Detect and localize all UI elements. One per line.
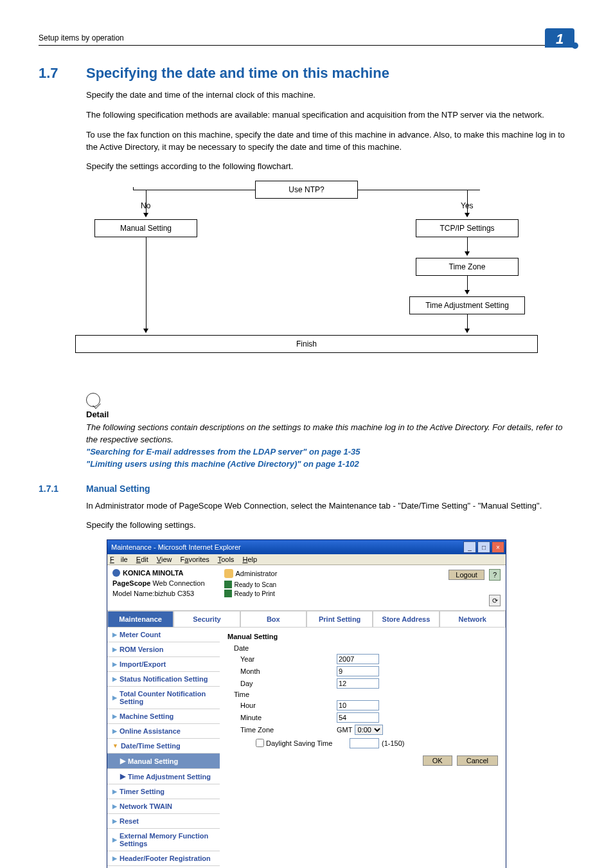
browser-window: Maintenance - Microsoft Internet Explore… <box>107 539 506 868</box>
form-title: Manual Setting <box>227 633 498 640</box>
sidebar-item-headerfooter[interactable]: ▶Header/Footer Registration <box>107 851 220 866</box>
day-input[interactable] <box>337 678 379 689</box>
printer-icon <box>224 590 232 597</box>
fc-tcpip: TCP/IP Settings <box>416 219 519 237</box>
form-section-date: Date <box>234 644 498 652</box>
running-head-text: Setup items by operation <box>39 33 124 45</box>
form-section-time: Time <box>234 691 498 698</box>
timezone-label: Time Zone <box>240 726 337 734</box>
subsection-para: Specify the following settings. <box>86 520 574 532</box>
admin-label: Administrator <box>236 570 278 577</box>
sidebar-item-datetime[interactable]: ▼Date/Time Setting <box>107 739 220 754</box>
minute-label: Minute <box>240 714 337 721</box>
fc-manual: Manual Setting <box>94 219 197 237</box>
sidebar-item-timersetting[interactable]: ▶Timer Setting <box>107 784 220 799</box>
sidebar-item-totalcounter[interactable]: ▶Total Counter Notification Setting <box>107 687 220 709</box>
sidebar-sub-timeadj[interactable]: ▶Time Adjustment Setting <box>107 769 220 784</box>
menu-help[interactable]: Help <box>242 556 257 563</box>
logout-button[interactable]: Logout <box>449 570 484 580</box>
tab-storeaddr[interactable]: Store Address <box>373 611 439 628</box>
brand-logo: KONICA MINOLTA <box>112 569 205 577</box>
scanner-icon <box>224 581 232 588</box>
detail-link-ldap[interactable]: "Searching for E-mail addresses from the… <box>86 447 360 457</box>
fc-label-yes: Yes <box>461 201 474 210</box>
subsection-title: Manual Setting <box>86 484 150 494</box>
fc-decision: Use NTP? <box>255 181 358 199</box>
sidebar-item-metercount[interactable]: ▶Meter Count <box>107 628 220 642</box>
timezone-prefix: GMT <box>337 726 352 734</box>
sidebar-item-importexport[interactable]: ▶Import/Export <box>107 657 220 672</box>
hour-label: Hour <box>240 701 337 709</box>
tab-box[interactable]: Box <box>240 611 306 628</box>
tab-security[interactable]: Security <box>173 611 240 628</box>
menu-favorites[interactable]: Favorites <box>181 556 209 563</box>
chapter-flag: 1 <box>545 28 574 48</box>
section-title: Specifying the date and time on this mac… <box>86 65 389 82</box>
hour-input[interactable] <box>337 700 379 710</box>
model-name: Model Name:bizhub C353 <box>112 590 205 597</box>
fc-timezone: Time Zone <box>416 258 519 276</box>
tab-printsetting[interactable]: Print Setting <box>306 611 373 628</box>
close-button[interactable]: × <box>492 541 504 553</box>
window-title: Maintenance - Microsoft Internet Explore… <box>111 543 241 551</box>
dst-label: Daylight Saving Time <box>266 739 350 747</box>
section-para: Specify the date and time of the interna… <box>86 89 574 102</box>
sidebar-item-networktwain[interactable]: ▶Network TWAIN <box>107 799 220 814</box>
sidebar-item-extmem[interactable]: ▶External Memory Function Settings <box>107 829 220 851</box>
menu-tools[interactable]: Tools <box>218 556 235 563</box>
dst-range: (1-150) <box>382 739 404 747</box>
window-titlebar[interactable]: Maintenance - Microsoft Internet Explore… <box>107 540 506 554</box>
ok-button[interactable]: OK <box>423 755 452 766</box>
tab-maintenance[interactable]: Maintenance <box>107 611 173 628</box>
admin-icon <box>224 569 233 578</box>
cancel-button[interactable]: Cancel <box>457 755 498 766</box>
maximize-button[interactable]: □ <box>477 541 490 553</box>
detail-text: The following sections contain descripti… <box>86 422 562 444</box>
magnifier-icon <box>86 393 100 407</box>
sidebar-item-onlineassist[interactable]: ▶Online Assistance <box>107 724 220 739</box>
sidebar: ▶Meter Count ▶ROM Version ▶Import/Export… <box>107 628 220 868</box>
minimize-button[interactable]: _ <box>463 541 476 553</box>
status-scan: Ready to Scan <box>235 581 277 588</box>
detail-heading: Detail <box>86 410 574 419</box>
help-button[interactable]: ? <box>489 569 501 581</box>
globe-icon <box>112 569 120 577</box>
flowchart: Use NTP? No Yes Manual Setting TCP/IP Se… <box>75 181 538 380</box>
sidebar-sub-manual[interactable]: ▶Manual Setting <box>107 754 220 769</box>
section-para: Specify the settings according to the fo… <box>86 161 574 173</box>
section-number: 1.7 <box>39 65 71 82</box>
day-label: Day <box>240 680 337 687</box>
main-panel: Manual Setting Date Year Month Day Time … <box>220 628 506 868</box>
status-print: Ready to Print <box>235 590 275 597</box>
detail-block: Detail The following sections contain de… <box>86 393 574 470</box>
fc-timeadj: Time Adjustment Setting <box>409 296 525 314</box>
product-line: PageScope Web Connection <box>112 579 205 587</box>
dst-checkbox[interactable] <box>256 739 264 747</box>
tab-network[interactable]: Network <box>440 611 506 628</box>
fc-label-no: No <box>141 201 150 210</box>
detail-link-ad[interactable]: "Limiting users using this machine (Acti… <box>86 459 359 469</box>
year-input[interactable] <box>337 654 379 664</box>
menu-edit[interactable]: Edit <box>136 556 148 563</box>
year-label: Year <box>240 655 337 663</box>
subsection-number: 1.7.1 <box>39 484 71 494</box>
menu-file[interactable]: File <box>110 556 128 563</box>
month-input[interactable] <box>337 666 379 676</box>
subsection-para: In Administrator mode of PageScope Web C… <box>86 500 574 512</box>
sidebar-item-reset[interactable]: ▶Reset <box>107 814 220 829</box>
sidebar-item-romversion[interactable]: ▶ROM Version <box>107 642 220 657</box>
month-label: Month <box>240 667 337 675</box>
menu-view[interactable]: View <box>157 556 172 563</box>
refresh-button[interactable]: ⟳ <box>489 595 501 606</box>
dst-input[interactable] <box>350 738 379 748</box>
minute-input[interactable] <box>337 712 379 723</box>
section-para: The following specification methods are … <box>86 109 574 122</box>
sidebar-item-machinesetting[interactable]: ▶Machine Setting <box>107 709 220 724</box>
timezone-select[interactable]: 0:00 <box>355 725 383 735</box>
sidebar-item-statusnotif[interactable]: ▶Status Notification Setting <box>107 672 220 687</box>
section-para: To use the fax function on this machine,… <box>86 129 574 154</box>
menubar[interactable]: File Edit View Favorites Tools Help <box>107 554 506 565</box>
fc-finish: Finish <box>75 335 538 353</box>
